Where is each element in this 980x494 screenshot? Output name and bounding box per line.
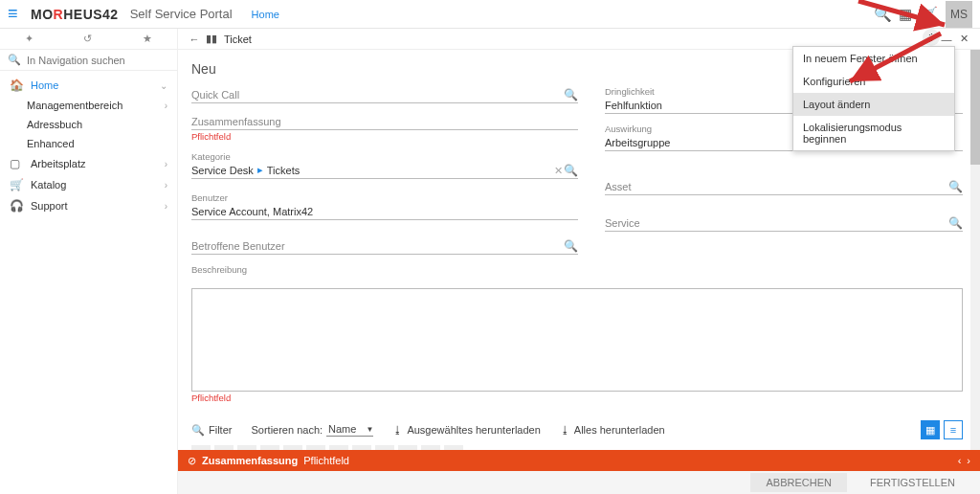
validation-bar: ⊘ Zusammenfassung Pflichtfeld ‹ › — [178, 450, 980, 471]
finish-button[interactable]: FERTIGSTELLEN — [855, 473, 970, 492]
home-icon: 🏠 — [10, 79, 25, 92]
download-selected-button[interactable]: ⭳Ausgewähltes herunterladen — [392, 424, 540, 436]
nav-arbeitsplatz[interactable]: ▢Arbeitsplatz› — [0, 153, 177, 174]
field-zusammenfassung[interactable]: Zusammenfassung Pflichtfeld — [191, 113, 578, 142]
required-label: Pflichtfeld — [191, 131, 578, 142]
annotation-arrow-2 — [831, 29, 946, 98]
portal-title: Self Service Portal — [130, 7, 233, 21]
main-panel: ← ▮▮ Ticket ⋮ — ✕ ⋮ In neuem Fenster öff… — [178, 29, 980, 494]
svg-line-1 — [850, 34, 941, 81]
sidebar: ✦ ↺ ★ 🔍 🏠 Home ⌄ Managementbereich› Adre… — [0, 29, 178, 494]
field-betroffene[interactable]: Betroffene Benutzer 🔍 — [191, 237, 578, 255]
search-icon[interactable]: 🔍 — [564, 88, 578, 101]
download-all-button[interactable]: ⭳Alles herunterladen — [560, 424, 665, 436]
search-icon[interactable]: 🔍 — [564, 239, 578, 253]
nav-home[interactable]: 🏠 Home ⌄ — [0, 75, 177, 96]
field-kategorie[interactable]: Kategorie Service Desk▸Tickets ✕ 🔍 — [191, 151, 578, 179]
ticket-icon: ▮▮ — [203, 33, 220, 45]
catalog-icon: 🛒 — [10, 178, 25, 191]
filter-button[interactable]: 🔍Filter — [191, 424, 232, 437]
attachment-toolbar: 🔍Filter Sortieren nach: Name ⭳Ausgewählt… — [191, 420, 963, 439]
required-label: Pflichtfeld — [191, 393, 963, 403]
download-icon: ⭳ — [560, 424, 570, 436]
search-icon: 🔍 — [191, 424, 205, 437]
sort-control[interactable]: Sortieren nach: Name — [251, 423, 373, 437]
field-asset[interactable]: Asset 🔍 — [605, 178, 963, 195]
error-message: Pflichtfeld — [303, 455, 349, 466]
nav-search[interactable]: 🔍 — [0, 50, 177, 71]
nav-search-input[interactable] — [27, 55, 169, 66]
grid-view-button[interactable]: ▦ — [921, 420, 940, 439]
brand-logo: MORHEUS42 — [31, 7, 119, 22]
error-prev-icon[interactable]: ‹ — [958, 455, 962, 466]
form-footer: ABBRECHEN FERTIGSTELLEN — [178, 471, 980, 494]
back-icon[interactable]: ← — [186, 34, 203, 45]
nav-sub-item[interactable]: Managementbereich› — [0, 96, 177, 115]
field-benutzer[interactable]: Benutzer Service Account, Matrix42 — [191, 192, 578, 220]
field-quickcall[interactable]: Quick Call 🔍 — [191, 86, 578, 103]
sort-select[interactable]: Name — [326, 423, 373, 437]
workspace-icon: ▢ — [10, 157, 25, 170]
error-icon: ⊘ — [188, 455, 196, 467]
support-icon: 🎧 — [10, 199, 25, 213]
list-view-button[interactable]: ≡ — [944, 420, 963, 439]
error-next-icon[interactable]: › — [967, 455, 970, 466]
field-service[interactable]: Service 🔍 — [605, 214, 963, 232]
chevron-down-icon: ⌄ — [160, 80, 167, 91]
svg-line-0 — [858, 1, 945, 25]
error-field: Zusammenfassung — [202, 455, 298, 466]
description-textarea[interactable] — [191, 288, 963, 392]
search-icon: 🔍 — [8, 54, 21, 66]
menu-localize[interactable]: Lokalisierungsmodus beginnen — [793, 116, 954, 150]
search-icon[interactable]: 🔍 — [564, 164, 578, 177]
nav-support[interactable]: 🎧Support› — [0, 195, 177, 216]
clear-icon[interactable]: ✕ — [554, 165, 563, 177]
history-icon[interactable]: ↺ — [83, 33, 92, 45]
star-icon[interactable]: ★ — [143, 33, 152, 45]
download-icon: ⭳ — [392, 424, 403, 436]
breadcrumb[interactable]: Home — [252, 9, 279, 20]
search-icon[interactable]: 🔍 — [948, 216, 963, 230]
nav-sub-item[interactable]: Enhanced — [0, 134, 177, 153]
menu-icon[interactable]: ≡ — [8, 4, 25, 24]
nav-katalog[interactable]: 🛒Katalog› — [0, 174, 177, 195]
search-icon[interactable]: 🔍 — [948, 180, 963, 193]
top-bar: ≡ MORHEUS42 Self Service Portal Home 🔍 ▦… — [0, 0, 980, 29]
panel-title: Ticket — [224, 34, 252, 45]
nav-sub-item[interactable]: Adressbuch — [0, 115, 177, 134]
nav-label: Home — [31, 79, 58, 91]
cancel-button[interactable]: ABBRECHEN — [750, 473, 846, 492]
field-beschreibung: Beschreibung — [191, 264, 578, 275]
pin-icon[interactable]: ✦ — [25, 33, 33, 45]
